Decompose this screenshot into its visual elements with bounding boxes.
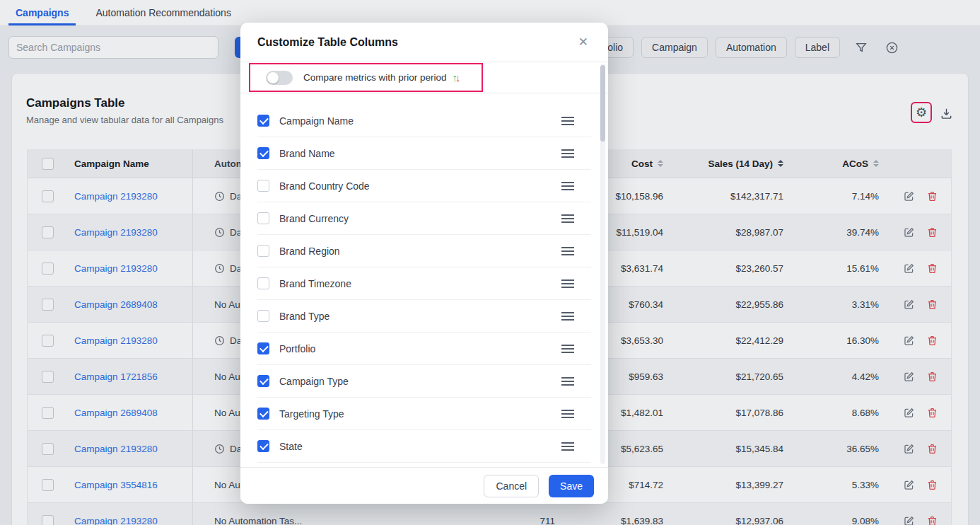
cancel-button[interactable]: Cancel (484, 475, 539, 497)
column-checkbox[interactable] (257, 375, 269, 387)
drag-handle-icon[interactable] (561, 410, 574, 418)
column-label: Brand Type (279, 311, 552, 322)
drag-handle-icon[interactable] (561, 117, 574, 125)
drag-handle-icon[interactable] (561, 442, 574, 451)
column-list-item[interactable]: Portfolio (257, 333, 591, 365)
column-label: Campaign Name (279, 115, 552, 127)
compare-toggle[interactable] (266, 71, 293, 85)
column-list-item[interactable]: Brand Name (257, 137, 591, 170)
column-checkbox[interactable] (257, 245, 269, 257)
column-checkbox[interactable] (257, 440, 269, 452)
column-label: Brand Currency (279, 213, 552, 224)
column-checkbox[interactable] (257, 212, 269, 224)
save-button[interactable]: Save (549, 475, 594, 497)
column-checkbox[interactable] (257, 115, 269, 127)
column-checkbox[interactable] (257, 310, 269, 322)
column-label: Portfolio (279, 343, 552, 354)
customize-columns-modal: Customize Table Columns ✕ Compare metric… (240, 23, 608, 504)
drag-handle-icon[interactable] (561, 312, 574, 321)
column-checkbox[interactable] (257, 408, 269, 420)
column-list-item[interactable]: Brand Region (257, 235, 591, 267)
column-label: Campaign Type (279, 376, 552, 387)
column-label: Brand Country Code (279, 180, 552, 192)
column-list-item[interactable]: Brand Currency (257, 202, 591, 235)
column-list-item[interactable]: Brand Timezone (257, 267, 591, 300)
column-checkbox[interactable] (257, 277, 269, 289)
column-list-item[interactable]: Brand Type (257, 300, 591, 333)
column-list-item[interactable]: Campaign Name (257, 105, 591, 137)
column-list-item[interactable]: Brand Country Code (257, 170, 591, 202)
drag-handle-icon[interactable] (561, 279, 574, 288)
column-list: Campaign Name Brand Name Brand Country C… (240, 93, 608, 467)
column-list-item[interactable]: Targeting Type (257, 398, 591, 430)
modal-title: Customize Table Columns (257, 36, 398, 49)
drag-handle-icon[interactable] (561, 377, 574, 386)
column-checkbox[interactable] (257, 147, 269, 159)
column-label: State (279, 441, 552, 452)
column-list-item[interactable]: State (257, 430, 591, 463)
column-label: Brand Region (279, 246, 552, 257)
column-list-item[interactable]: Campaign Type (257, 365, 591, 398)
compare-toggle-label: Compare metrics with prior period (303, 72, 447, 83)
column-label: Brand Name (279, 148, 552, 159)
column-checkbox[interactable] (257, 342, 269, 354)
drag-handle-icon[interactable] (561, 214, 574, 223)
drag-handle-icon[interactable] (561, 149, 574, 158)
column-checkbox[interactable] (257, 180, 269, 192)
column-label: Targeting Type (279, 408, 552, 420)
compare-arrows-icon: ↑↓ (453, 71, 459, 83)
drag-handle-icon[interactable] (561, 345, 574, 353)
column-label: Brand Timezone (279, 278, 552, 289)
drag-handle-icon[interactable] (561, 247, 574, 255)
drag-handle-icon[interactable] (561, 182, 574, 190)
modal-scrollbar-thumb[interactable] (600, 65, 605, 142)
close-icon[interactable]: ✕ (576, 35, 591, 50)
compare-highlight-box: Compare metrics with prior period ↑↓ (249, 63, 483, 92)
